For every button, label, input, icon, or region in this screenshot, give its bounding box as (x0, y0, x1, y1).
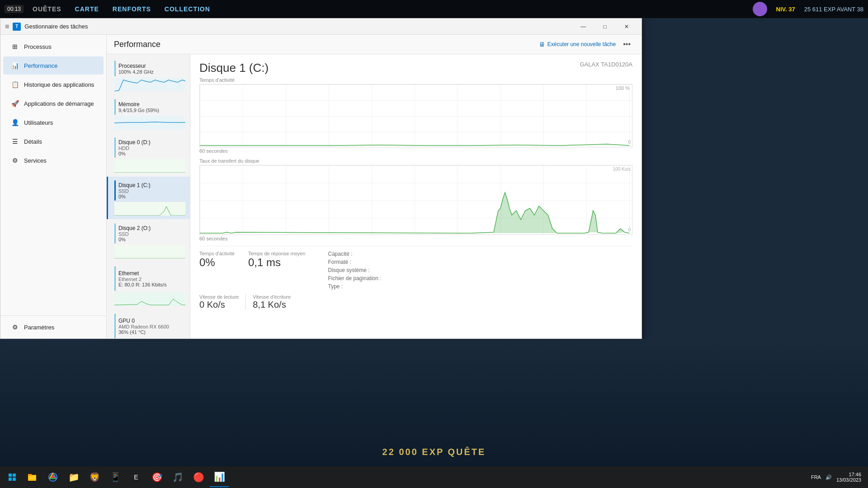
minimize-button[interactable]: — (573, 20, 594, 33)
svg-rect-1 (200, 165, 632, 235)
close-button[interactable]: ✕ (616, 20, 637, 33)
taskbar-time: 17:46 (849, 472, 861, 477)
taskbar-game1[interactable]: 🎯 (147, 467, 167, 487)
nav-carte[interactable]: CARTE (75, 5, 99, 13)
sidebar-label-parametres: Paramètres (24, 324, 54, 331)
sidebar-label-applications: Applications de démarrage (24, 100, 94, 107)
taskbar-language: FRA (811, 474, 821, 480)
device-ethernet-usage: E: 80,0 R: 136 Kbits/s (118, 282, 166, 287)
taskbar-right: FRA 🔊 17:46 13/03/2023 (811, 472, 866, 483)
info-formatted: Formaté : (328, 259, 392, 265)
capacity-label: Capacité : (328, 251, 392, 257)
xp-quest-label: 22 000 EXP QUÊTE (382, 447, 486, 457)
taskbar-speaker-icon: 🔊 (826, 474, 832, 480)
sidebar-item-details[interactable]: ☰ Détails (3, 132, 104, 150)
device-disque1[interactable]: Disque 1 (C:) SSD 0% (107, 177, 190, 219)
new-task-label: Exécuter une nouvelle tâche (547, 41, 616, 47)
new-task-button[interactable]: 🖥 Exécuter une nouvelle tâche (535, 39, 619, 50)
memoire-chart-svg (114, 116, 185, 130)
device-disque0-chart (114, 159, 185, 173)
nav-renforts[interactable]: RENFORTS (113, 5, 151, 13)
taskbar-file-explorer[interactable] (22, 467, 42, 487)
device-memoire-name: Mémoire (118, 101, 159, 108)
taskbar-browser2[interactable]: 🦁 (85, 467, 104, 487)
system-disk-label: Disque système : (328, 267, 392, 273)
info-type: Type : (328, 283, 392, 290)
taskbar-game2[interactable]: 🎵 (168, 467, 188, 487)
hamburger-menu-icon[interactable]: ≡ (5, 23, 9, 31)
device-disque0-type: HDD (118, 145, 151, 151)
taskbar-app2[interactable]: 🔴 (189, 467, 208, 487)
transfer-chart-area: 100 Ko/s 0 (199, 165, 632, 235)
ethernet-chart-svg (114, 292, 185, 306)
activity-time-label: 60 secondes (199, 148, 632, 154)
taskbar-app1[interactable]: 📱 (105, 467, 125, 487)
speed-read-label: Vitesse de lecture (199, 294, 239, 300)
historique-icon: 📋 (10, 80, 19, 89)
device-ethernet[interactable]: Ethernet Ethernet 2 E: 80,0 R: 136 Kbits… (107, 263, 190, 310)
task-manager-window: ≡ T Gestionnaire des tâches — □ ✕ ⊞ Proc… (0, 18, 642, 339)
window-body: ⊞ Processus 📊 Performance 📋 Historique d… (0, 35, 642, 338)
sidebar-label-utilisateurs: Utilisateurs (24, 119, 53, 126)
speed-read-value: 0 Ko/s (199, 300, 239, 310)
device-memoire-usage: 9,4/15,9 Go (59%) (118, 108, 159, 113)
device-processeur[interactable]: Processeur 100% 4,28 GHz (107, 57, 190, 95)
device-disque2-name: Disque 2 (O:) (118, 225, 151, 231)
more-options-button[interactable]: ••• (619, 38, 634, 50)
device-disque1-type: SSD (118, 188, 151, 194)
sidebar-item-services[interactable]: ⚙ Services (3, 151, 104, 169)
speed-write-value: 8,1 Ko/s (253, 300, 291, 310)
device-ethernet-name: Ethernet (118, 270, 166, 277)
taskbar-folder[interactable]: 📁 (64, 467, 84, 487)
nav-quetes[interactable]: OUÊTES (33, 5, 61, 13)
device-processeur-chart (114, 78, 185, 91)
device-memoire[interactable]: Mémoire 9,4/15,9 Go (59%) (107, 95, 190, 133)
device-disque2[interactable]: Disque 2 (O:) SSD 0% (107, 220, 190, 262)
details-icon: ☰ (10, 137, 19, 146)
performance-icon: 📊 (10, 61, 19, 70)
nav-collection[interactable]: COLLECTION (165, 5, 210, 13)
info-grid: Capacité : Formaté : Disque système : Fi… (328, 251, 392, 290)
device-gpu0[interactable]: GPU 0 AMD Radeon RX 6600 36% (41 °C) (107, 310, 190, 338)
sidebar: ⊞ Processus 📊 Performance 📋 Historique d… (0, 35, 107, 338)
device-disque2-chart (114, 245, 185, 258)
game-avatar (753, 2, 767, 16)
game-right-section: NIV. 37 25 611 EXP AVANT 38 (753, 2, 863, 16)
start-button[interactable] (2, 467, 22, 487)
device-gpu0-type: AMD Radeon RX 6600 (118, 324, 169, 329)
new-task-icon: 🖥 (539, 41, 545, 48)
transfer-chart-grid (200, 165, 632, 235)
sidebar-item-performance[interactable]: 📊 Performance (3, 56, 104, 75)
taskbar-taskmanager[interactable]: 📊 (209, 467, 229, 487)
disque0-chart-svg (114, 159, 185, 173)
device-gpu0-name: GPU 0 (118, 318, 169, 324)
device-ethernet-type: Ethernet 2 (118, 277, 166, 282)
titlebar: ≡ T Gestionnaire des tâches — □ ✕ (0, 19, 642, 35)
page-title: Performance (114, 40, 535, 49)
info-system-disk: Disque système : (328, 267, 392, 273)
device-disque0[interactable]: Disque 0 (D:) HDD 0% (107, 134, 190, 176)
sidebar-item-historique[interactable]: 📋 Historique des applications (3, 75, 104, 94)
maximize-button[interactable]: □ (594, 20, 615, 33)
device-processeur-usage: 100% 4,28 GHz (118, 69, 154, 75)
sidebar-bottom: ⚙ Paramètres (0, 315, 106, 338)
type-label: Type : (328, 283, 392, 290)
device-gpu0-usage: 36% (41 °C) (118, 329, 169, 335)
sidebar-item-parametres[interactable]: ⚙ Paramètres (3, 318, 104, 336)
content-area: Processeur 100% 4,28 GHz (107, 54, 642, 338)
speed-read: Vitesse de lecture 0 Ko/s (199, 294, 246, 310)
taskbar-epic[interactable]: E (126, 467, 146, 487)
taskbar-clock: 17:46 13/03/2023 (836, 472, 861, 483)
game-exp: 25 611 EXP AVANT 38 (804, 6, 863, 13)
speed-write-label: Vitesse d'écriture (253, 294, 291, 300)
sidebar-item-applications[interactable]: 🚀 Applications de démarrage (3, 94, 104, 113)
stat-response-value: 0,1 ms (248, 256, 306, 269)
stat-response-label: Temps de réponse moyen (248, 251, 306, 256)
sidebar-item-utilisateurs[interactable]: 👤 Utilisateurs (3, 113, 104, 131)
detail-subtitle: GALAX TA1D0120A (580, 61, 632, 68)
svg-rect-5 (9, 474, 12, 477)
taskbar-chrome[interactable] (43, 467, 63, 487)
sidebar-label-performance: Performance (24, 62, 57, 69)
transfer-time-label: 60 secondes (199, 236, 632, 241)
sidebar-item-processus[interactable]: ⊞ Processus (3, 38, 104, 56)
